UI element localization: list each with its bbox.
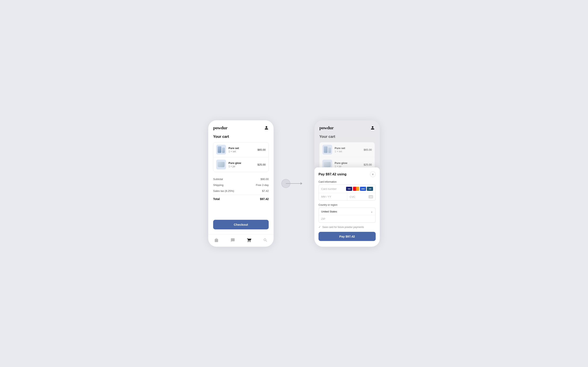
left-item-img-1 bbox=[216, 145, 226, 155]
nav-cart-icon[interactable] bbox=[245, 236, 253, 244]
expiry-cvc-row: MM / YY CVC bbox=[319, 193, 375, 200]
subtotal-value: $90.00 bbox=[260, 178, 269, 181]
shipping-value: Free 2-day bbox=[256, 184, 269, 187]
left-cart-items: Pure set 1 × set $65.00 Pure glow 1 × ja… bbox=[213, 142, 269, 172]
nav-search-icon[interactable] bbox=[262, 236, 269, 244]
pay-button[interactable]: Pay $97.42 bbox=[319, 232, 376, 241]
left-brand-logo: powdur bbox=[213, 125, 227, 131]
left-item-qty-2: 1 × jar bbox=[228, 165, 258, 168]
right-item-name-1: Pure set bbox=[335, 147, 364, 150]
tax-value: $7.42 bbox=[262, 189, 269, 192]
right-item-details-1: Pure set 1 × set bbox=[335, 147, 364, 153]
left-cart-item-1: Pure set 1 × set $65.00 bbox=[213, 142, 268, 157]
tax-label: Sales tax (8.25%) bbox=[213, 189, 234, 192]
right-item-price-2: $25.00 bbox=[364, 163, 372, 166]
jcb-icon: JCB bbox=[367, 187, 373, 191]
amex-icon: AMEX bbox=[360, 187, 366, 191]
country-value: United States bbox=[321, 210, 337, 213]
modal-title: Pay $97.42 using bbox=[319, 172, 346, 176]
save-card-text: Save card for future powdur payments bbox=[322, 226, 364, 229]
visa-icon: VISA bbox=[346, 187, 352, 191]
subtotal-label: Subtotal bbox=[213, 178, 223, 181]
summary-shipping: Shipping Free 2-day bbox=[213, 182, 269, 188]
arrow-line bbox=[286, 183, 302, 184]
left-phone: powdur Your cart Pure set 1 × set $65.00 bbox=[208, 120, 274, 247]
scene: powdur Your cart Pure set 1 × set $65.00 bbox=[208, 120, 380, 247]
nav-chat-icon[interactable] bbox=[229, 236, 236, 244]
right-cart-title: Your cart bbox=[319, 134, 375, 139]
left-nav-bar bbox=[208, 234, 274, 247]
left-user-icon[interactable] bbox=[264, 125, 269, 130]
payment-modal: Pay $97.42 using × Card information Card… bbox=[314, 167, 380, 247]
right-item-qty-1: 1 × set bbox=[335, 150, 364, 153]
cvc-input[interactable]: CVC bbox=[347, 193, 376, 200]
card-number-input[interactable]: Card number bbox=[321, 187, 346, 191]
chevron-down-icon: ⌄ bbox=[371, 210, 373, 213]
card-brand-icons: VISA AMEX JCB bbox=[346, 187, 373, 191]
right-user-icon[interactable] bbox=[370, 125, 375, 130]
expiry-input[interactable]: MM / YY bbox=[319, 193, 347, 200]
left-item-details-2: Pure glow 1 × jar bbox=[228, 161, 258, 168]
total-label: Total bbox=[213, 197, 220, 201]
country-select[interactable]: United States ⌄ bbox=[319, 208, 376, 215]
right-item-name-2: Pure glow bbox=[335, 161, 364, 165]
left-phone-footer: Checkout bbox=[208, 217, 274, 234]
mastercard-icon bbox=[353, 187, 359, 191]
close-modal-button[interactable]: × bbox=[370, 171, 376, 177]
right-item-price-1: $65.00 bbox=[364, 148, 372, 151]
card-info-label: Card information bbox=[319, 180, 376, 183]
summary-subtotal: Subtotal $90.00 bbox=[213, 176, 269, 182]
left-phone-header: powdur bbox=[208, 120, 274, 133]
summary-tax: Sales tax (8.25%) $7.42 bbox=[213, 188, 269, 194]
left-cart-item-2: Pure glow 1 × jar $25.00 bbox=[213, 157, 268, 172]
checkout-button[interactable]: Checkout bbox=[213, 220, 269, 229]
right-item-details-2: Pure glow 1 × jar bbox=[335, 161, 364, 168]
country-label: Country or region bbox=[319, 203, 376, 206]
left-phone-content: Your cart Pure set 1 × set $65.00 bbox=[208, 133, 274, 217]
right-phone-header: powdur bbox=[314, 120, 380, 133]
nav-store-icon[interactable] bbox=[213, 236, 220, 244]
right-brand-logo: powdur bbox=[319, 125, 334, 131]
left-item-img-2 bbox=[216, 160, 226, 169]
left-item-name-2: Pure glow bbox=[228, 161, 258, 165]
left-item-name-1: Pure set bbox=[228, 147, 258, 150]
cvc-chip-icon bbox=[369, 195, 373, 198]
left-item-details-1: Pure set 1 × set bbox=[228, 147, 258, 153]
left-item-price-1: $65.00 bbox=[258, 148, 266, 151]
arrow-connector bbox=[286, 183, 302, 184]
summary-total: Total $97.42 bbox=[213, 195, 269, 202]
right-item-img-1 bbox=[322, 145, 332, 155]
left-cart-title: Your cart bbox=[213, 134, 269, 139]
shipping-label: Shipping bbox=[213, 184, 224, 187]
card-field-group: Card number VISA AMEX JCB MM / YY CVC bbox=[319, 184, 376, 201]
right-phone: powdur Your cart Pure set 1 × set bbox=[314, 120, 380, 247]
left-item-price-2: $25.00 bbox=[258, 163, 266, 166]
left-item-qty-1: 1 × set bbox=[228, 150, 258, 153]
save-card-checkbox[interactable]: ✓ bbox=[319, 225, 321, 229]
card-number-row: Card number VISA AMEX JCB bbox=[319, 185, 375, 193]
total-value: $97.42 bbox=[260, 197, 269, 201]
modal-header: Pay $97.42 using × bbox=[319, 171, 376, 177]
zip-input[interactable]: ZIP bbox=[319, 215, 376, 223]
left-order-summary: Subtotal $90.00 Shipping Free 2-day Sale… bbox=[213, 176, 269, 205]
right-cart-item-1: Pure set 1 × set $65.00 bbox=[320, 142, 375, 157]
save-card-row: ✓ Save card for future powdur payments bbox=[319, 225, 376, 229]
